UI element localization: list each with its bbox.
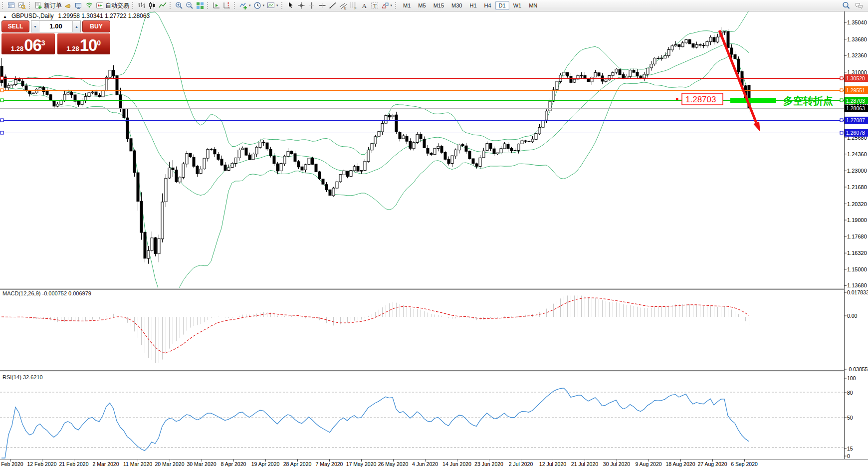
toolbar-group: EFAT▾ [286, 0, 394, 10]
timeframe-mn[interactable]: MN [525, 1, 541, 10]
new-window-button[interactable] [6, 0, 16, 10]
price-tick-label: 1.15000 [847, 266, 867, 272]
price-callout-text: 1.28703 [685, 95, 716, 104]
chart-shift-button[interactable] [222, 0, 232, 10]
autotrading-button[interactable]: 自动交易 [95, 0, 130, 10]
cursor-button[interactable] [286, 0, 296, 10]
date-tick-label: 2 Mar 2020 [92, 461, 119, 467]
channel-button[interactable]: E [338, 0, 348, 10]
megaphone-button[interactable] [63, 0, 73, 10]
macd-tick-label: 0.00 [847, 313, 858, 319]
toolbar-grip [234, 2, 236, 9]
timeframe-m5[interactable]: M5 [415, 1, 429, 10]
toolbar-grip [170, 2, 172, 9]
fibonacci-button[interactable]: F [349, 0, 359, 10]
text-label-button[interactable]: T [370, 0, 380, 10]
crosshair-button[interactable] [296, 0, 306, 10]
price-badge-text: 1.28703 [846, 98, 865, 104]
buy-price-big: 10 [80, 37, 97, 53]
timeframe-w1[interactable]: W1 [510, 1, 525, 10]
chat-icon [855, 1, 863, 9]
chevron-down-icon[interactable]: ▾ [249, 3, 251, 7]
timeframe-m30[interactable]: M30 [448, 1, 465, 10]
signal-button[interactable] [84, 0, 94, 10]
line-handle[interactable] [0, 89, 3, 92]
fibonacci-icon: F [350, 1, 358, 9]
candles-layer [0, 27, 750, 263]
chart-header: ▲ GBPUSD-,Daily 1.29958 1.30341 1.27722 … [3, 12, 150, 19]
line-handle[interactable] [0, 99, 3, 102]
toolbar-right [841, 0, 864, 10]
toolbar-grip [2, 2, 4, 9]
text-icon: A [360, 1, 368, 9]
timeframe-d1[interactable]: D1 [495, 1, 509, 10]
arrows-button[interactable]: ▾ [380, 0, 394, 10]
line-handle[interactable] [840, 131, 843, 134]
line-handle[interactable] [0, 77, 3, 80]
candlestick-chart-button[interactable] [147, 0, 157, 10]
price-tick-label: 1.35040 [847, 19, 867, 25]
volume-decrease-button[interactable]: ▼ [31, 21, 39, 32]
horizontal-line-button[interactable] [317, 0, 327, 10]
timeframe-h1[interactable]: H1 [466, 1, 480, 10]
macd-tick-label: -0.038559 [847, 366, 868, 372]
sell-button[interactable]: SELL [1, 20, 29, 32]
svg-text:T: T [373, 2, 377, 8]
bar-chart-button[interactable] [137, 0, 147, 10]
date-tick-label: 11 Mar 2020 [123, 461, 152, 467]
rsi-tick-label: 100 [847, 375, 856, 381]
line-handle[interactable] [0, 119, 3, 122]
buy-price-display[interactable]: 1.28100 [57, 33, 111, 54]
line-handle[interactable] [840, 99, 843, 102]
down-arrow-annotation[interactable] [719, 30, 756, 123]
chat-button[interactable] [854, 0, 864, 10]
rsi-tick-label: 80 [847, 390, 853, 396]
timeframe-group: M1M5M15M30H1H4D1W1MN [400, 1, 541, 10]
timeframe-m1[interactable]: M1 [400, 1, 414, 10]
auto-scroll-button[interactable] [212, 0, 221, 10]
price-badge-text: 1.27087 [846, 117, 865, 123]
line-handle[interactable] [840, 77, 843, 80]
vertical-line-icon [308, 1, 316, 9]
line-handle[interactable] [840, 119, 843, 122]
terminal-button[interactable] [74, 0, 84, 10]
toolbar-grip [132, 2, 134, 9]
line-chart-button[interactable] [158, 0, 168, 10]
price-tick-label: 1.24360 [847, 151, 867, 157]
auto-scroll-icon [213, 1, 220, 9]
volume-increase-button[interactable]: ▲ [72, 21, 80, 32]
profiles-button[interactable] [17, 0, 27, 10]
candlestick-chart-icon [148, 1, 156, 9]
indicators-button[interactable]: ▾ [238, 0, 252, 10]
volume-input[interactable]: 1.00 [39, 21, 72, 32]
timeframe-m15[interactable]: M15 [430, 1, 447, 10]
toolbar-grip [207, 2, 209, 9]
trendline-button[interactable] [328, 0, 338, 10]
search-button[interactable] [841, 0, 851, 10]
chevron-down-icon[interactable]: ▾ [391, 3, 393, 7]
cursor-icon [287, 1, 295, 9]
zoom-out-button[interactable] [185, 0, 195, 10]
tile-windows-button[interactable] [195, 0, 205, 10]
chevron-down-icon[interactable]: ▾ [276, 3, 278, 7]
rsi-pane-label: RSI(14) 32.6210 [2, 374, 43, 380]
cjk-note-text[interactable]: 多空转折点 [783, 95, 833, 106]
chevron-down-icon[interactable]: ▾ [263, 3, 265, 7]
line-handle[interactable] [840, 89, 843, 92]
periods-button[interactable]: ▾ [252, 0, 266, 10]
new-order-button[interactable]: 新订单 [33, 0, 63, 10]
sell-price-display[interactable]: 1.28063 [1, 33, 55, 54]
text-button[interactable]: A [359, 0, 369, 10]
zoom-in-button[interactable] [174, 0, 184, 10]
timeframe-h4[interactable]: H4 [481, 1, 495, 10]
green-highlight-bar[interactable] [730, 98, 776, 103]
chart-canvas[interactable]: 1.28703多空转折点1.350401.336801.323601.31000… [0, 0, 868, 470]
date-tick-label: 3 Feb 2020 [0, 461, 23, 467]
toolbar-button-label: 自动交易 [105, 1, 129, 10]
buy-button[interactable]: BUY [82, 20, 110, 32]
vertical-line-button[interactable] [307, 0, 317, 10]
zoom-out-icon [186, 1, 194, 9]
sell-price-sup: 3 [41, 39, 45, 46]
line-handle[interactable] [0, 131, 3, 134]
templates-button[interactable]: ▾ [266, 0, 279, 10]
